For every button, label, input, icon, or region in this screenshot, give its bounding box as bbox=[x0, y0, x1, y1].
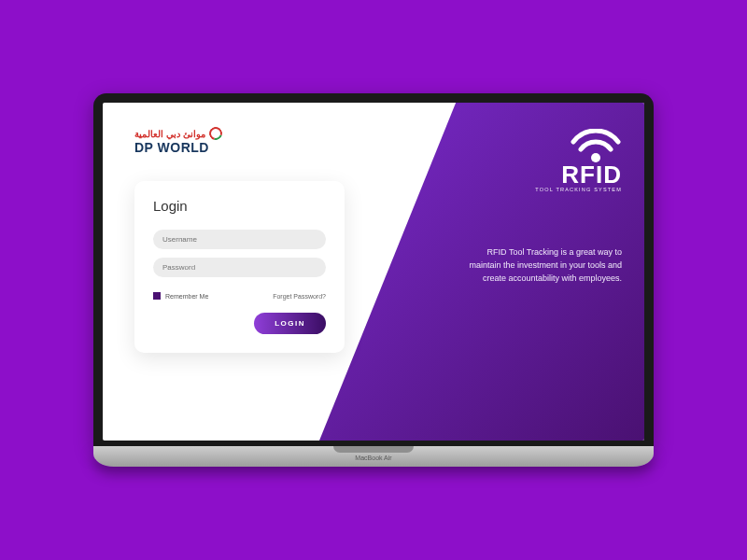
brand-logo: موانئ دبي العالمية DP WORLD bbox=[134, 127, 364, 155]
laptop-notch bbox=[333, 446, 414, 453]
brand-arabic-text: موانئ دبي العالمية bbox=[134, 129, 205, 139]
device-label: MacBook Air bbox=[93, 455, 654, 461]
login-card: Login Remember Me Forget Password? LOGIN bbox=[134, 181, 345, 353]
rfid-logo: RFID TOOL TRACKING SYSTEM bbox=[463, 129, 622, 192]
screen-bezel: موانئ دبي العالمية DP WORLD Login Rememb… bbox=[93, 93, 654, 446]
forgot-password-link[interactable]: Forget Password? bbox=[273, 293, 326, 300]
brand-main-text: DP WORLD bbox=[134, 140, 364, 155]
left-panel: موانئ دبي العالمية DP WORLD Login Rememb… bbox=[103, 103, 374, 362]
rfid-tagline: RFID Tool Tracking is a great way to mai… bbox=[463, 246, 622, 286]
remember-me[interactable]: Remember Me bbox=[153, 292, 208, 300]
wifi-icon bbox=[570, 129, 622, 164]
rfid-title: RFID bbox=[561, 162, 622, 187]
laptop-base: MacBook Air bbox=[93, 446, 654, 467]
login-heading: Login bbox=[153, 198, 326, 214]
right-panel: RFID TOOL TRACKING SYSTEM RFID Tool Trac… bbox=[463, 129, 622, 286]
brand-arabic-line: موانئ دبي العالمية bbox=[134, 127, 364, 140]
app-screen: موانئ دبي العالمية DP WORLD Login Rememb… bbox=[103, 103, 644, 441]
checkbox-icon bbox=[153, 292, 161, 300]
username-input[interactable] bbox=[153, 230, 326, 249]
remember-label: Remember Me bbox=[165, 293, 208, 300]
rfid-subtitle: TOOL TRACKING SYSTEM bbox=[535, 187, 622, 192]
password-input[interactable] bbox=[153, 258, 326, 277]
laptop-mockup: موانئ دبي العالمية DP WORLD Login Rememb… bbox=[93, 93, 654, 467]
login-button[interactable]: LOGIN bbox=[254, 313, 326, 334]
login-options-row: Remember Me Forget Password? bbox=[153, 292, 326, 300]
